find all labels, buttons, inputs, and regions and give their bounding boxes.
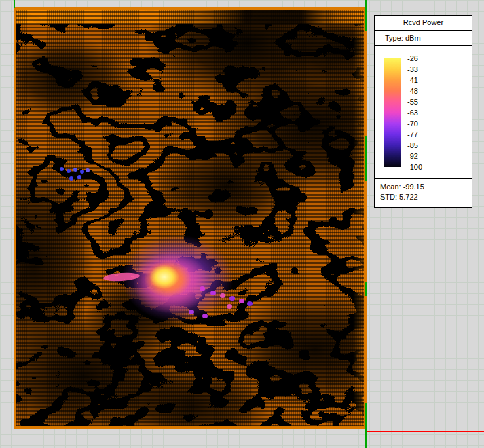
scale-tick-label: -33	[407, 64, 422, 75]
signal-features	[16, 10, 364, 426]
scale-tick-label: -26	[407, 53, 422, 64]
scale-labels: -26-33-41-48-55-63-70-77-85-92-100	[407, 53, 422, 172]
workspace-canvas: Rcvd Power Type: dBm -26-33-41-48-55-63-…	[0, 0, 484, 448]
blue-dot-cluster	[60, 167, 64, 171]
color-scale-bar	[384, 58, 401, 167]
legend-stats: Mean: -99.15 STD: 5.722	[375, 179, 472, 207]
legend-mean: Mean: -99.15	[380, 182, 466, 192]
legend-panel: Rcvd Power Type: dBm -26-33-41-48-55-63-…	[374, 15, 472, 208]
boundary-line-right	[365, 282, 367, 296]
magenta-dot-trail	[200, 286, 205, 291]
scale-tick-label: -55	[407, 96, 422, 107]
scale-tick-label: -92	[407, 151, 422, 162]
boundary-line-right	[365, 136, 367, 181]
legend-type-label: Type: dBm	[375, 31, 472, 46]
scale-tick-label: -100	[407, 162, 422, 172]
scale-tick-label: -63	[407, 107, 422, 118]
boundary-line-left	[14, 0, 15, 8]
scale-tick-label: -85	[407, 140, 422, 151]
scale-tick-label: -41	[407, 75, 422, 86]
scale-tick-label: -48	[407, 86, 422, 96]
legend-title: Rcvd Power	[375, 16, 472, 31]
boundary-line-right	[365, 0, 367, 31]
legend-scale: -26-33-41-48-55-63-70-77-85-92-100	[375, 46, 472, 179]
coverage-map[interactable]	[14, 7, 367, 429]
scale-tick-label: -70	[407, 118, 422, 129]
boundary-line-right	[365, 403, 367, 448]
scale-tick-label: -77	[407, 129, 422, 140]
red-marker-line	[367, 431, 484, 432]
legend-std: STD: 5.722	[380, 192, 466, 202]
hotspot-yellow-core	[149, 265, 179, 289]
